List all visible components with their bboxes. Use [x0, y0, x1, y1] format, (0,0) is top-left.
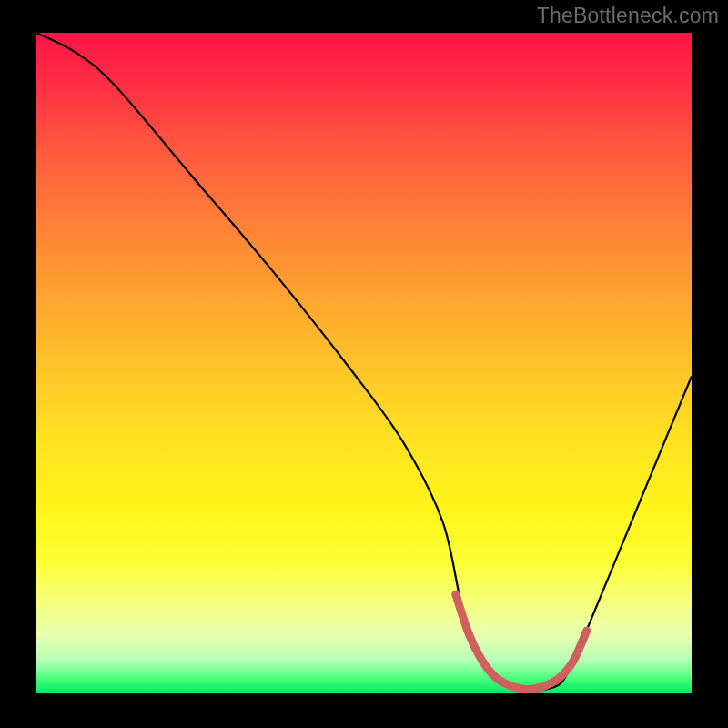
- curve-layer: [36, 33, 692, 693]
- chart-frame: TheBottleneck.com: [0, 0, 728, 728]
- plot-area: [36, 33, 692, 693]
- bottleneck-curve: [36, 33, 692, 691]
- trough-marker: [456, 594, 587, 689]
- watermark-text: TheBottleneck.com: [537, 4, 719, 28]
